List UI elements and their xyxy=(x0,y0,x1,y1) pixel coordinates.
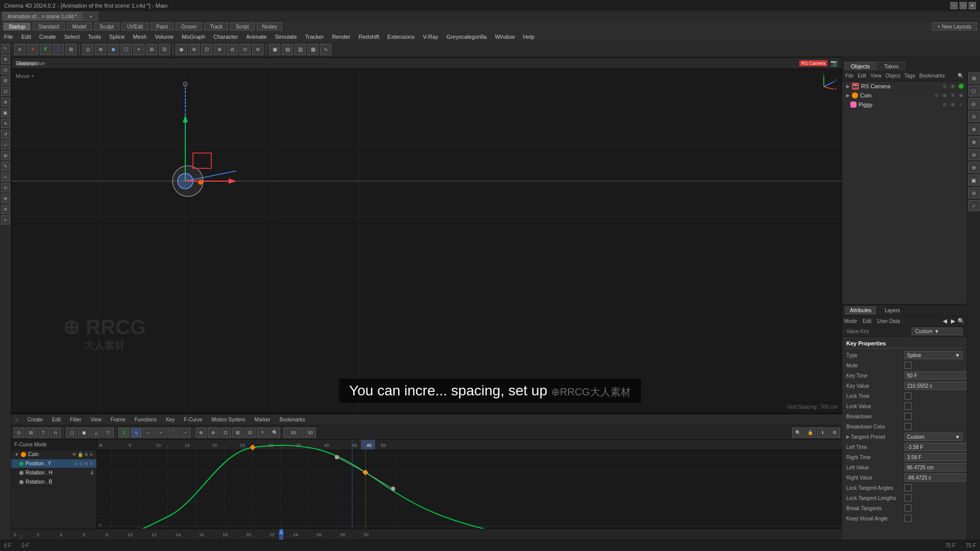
right-value-input[interactable] xyxy=(904,473,967,482)
menu-greyscale[interactable]: Greyscalegorilla xyxy=(443,32,491,42)
breakdown-checkbox[interactable] xyxy=(904,413,912,420)
fc-functions[interactable]: Functions xyxy=(133,417,159,422)
pos-y-icon-1[interactable]: ⊙ xyxy=(74,461,78,466)
tool-3[interactable]: ◎ xyxy=(1,65,10,74)
type-dropdown[interactable]: Spline ▼ xyxy=(904,351,963,359)
menu-edit[interactable]: Edit xyxy=(17,32,35,42)
value-key-dropdown[interactable]: Custom ▼ xyxy=(912,328,963,335)
menu-create[interactable]: Create xyxy=(35,32,60,42)
fc-create[interactable]: Create xyxy=(26,417,45,422)
locktime-checkbox[interactable] xyxy=(904,392,912,399)
obj-edit[interactable]: Edit xyxy=(857,73,866,79)
attr-tab-layers[interactable]: Layers xyxy=(880,307,904,314)
fc-btn-1[interactable]: ⊙ xyxy=(13,428,24,438)
tool-4[interactable]: ⊞ xyxy=(1,76,10,85)
fcurve-item-pos-y[interactable]: Position . Y ⊙ ⊙ ⚙ ✕ xyxy=(11,459,96,468)
fc-lock[interactable]: 🔒 xyxy=(78,452,83,457)
fc-btn-ease[interactable]: ~ xyxy=(155,428,166,438)
toolbar-icon-z[interactable]: Z xyxy=(53,44,64,55)
fc-view[interactable]: View xyxy=(88,417,104,422)
coin-obj-icon-3[interactable]: ✎ xyxy=(949,92,957,99)
toolbar-icon-18[interactable]: ▤ xyxy=(282,44,293,55)
menu-help[interactable]: Help xyxy=(519,32,539,42)
rp-icon-3[interactable]: ◎ xyxy=(968,98,979,109)
tool-select[interactable]: ↖ xyxy=(1,44,10,53)
toolbar-icon-2[interactable]: ⊞ xyxy=(65,44,77,55)
menu-animate[interactable]: Animate xyxy=(242,32,271,42)
toolbar-icon-3[interactable]: ◎ xyxy=(82,44,93,55)
object-row-piggy[interactable]: Piggy ⊙ ⊚ ✓ xyxy=(842,100,967,109)
attr-back-btn[interactable]: ◀ xyxy=(941,318,948,325)
attr-fwd-btn[interactable]: ▶ xyxy=(949,318,957,325)
tool-6[interactable]: ⊗ xyxy=(1,97,10,107)
tool-14[interactable]: ⊛ xyxy=(1,194,10,203)
key-frame-25[interactable] xyxy=(250,444,255,450)
tool-7[interactable]: ▣ xyxy=(1,108,10,117)
toolbar-icon-13[interactable]: ⊗ xyxy=(214,44,225,55)
coin-obj-icon-4[interactable]: ⊗ xyxy=(958,92,965,99)
toolbar-icon-4[interactable]: ⊕ xyxy=(95,44,106,55)
menu-volume[interactable]: Volume xyxy=(151,32,178,42)
toolbar-icon-10[interactable]: ◉ xyxy=(176,44,187,55)
fc-filter[interactable]: Filter xyxy=(68,417,83,422)
fc-btn-10[interactable]: ⊗ xyxy=(208,428,219,438)
toolbar-icon-x[interactable]: ✕ xyxy=(27,44,38,55)
rp-icon-6[interactable]: ⊗ xyxy=(968,136,979,147)
mode-paint[interactable]: Paint xyxy=(151,22,174,31)
left-tangent-handle[interactable] xyxy=(335,455,339,459)
fc-motion[interactable]: Motion System xyxy=(209,417,247,422)
fc-btn-spline[interactable]: ∿ xyxy=(131,428,142,438)
fc-edit[interactable]: Edit xyxy=(50,417,63,422)
fc-fcurve[interactable]: F-Curve xyxy=(182,417,204,422)
tool-move[interactable]: ✛ xyxy=(1,119,10,128)
fc-eye[interactable]: 👁 xyxy=(72,452,77,457)
fc-btn-12[interactable]: ⊠ xyxy=(232,428,243,438)
rp-icon-1[interactable]: ⊞ xyxy=(968,72,979,84)
attr-tab-attributes[interactable]: Attributes xyxy=(845,307,876,314)
fc-info[interactable]: ℹ xyxy=(817,428,828,438)
search-icon[interactable]: 🔍 xyxy=(958,73,964,79)
new-layout-button[interactable]: + New Layouts xyxy=(932,22,977,31)
tangent-preset-dropdown[interactable]: Custom ▼ xyxy=(904,433,963,441)
object-row-coin[interactable]: ▶ Coin ⊙ ⊚ ✎ ⊗ xyxy=(842,91,967,100)
tab-new[interactable]: + xyxy=(84,12,98,21)
obj-view[interactable]: View xyxy=(870,73,881,79)
obj-icon-2[interactable]: ⊚ xyxy=(949,83,957,90)
pos-y-icon-4[interactable]: ✕ xyxy=(89,461,93,466)
obj-object[interactable]: Object xyxy=(886,73,900,79)
fc-frame-display[interactable]: 50 xyxy=(283,428,304,438)
tool-16[interactable]: ⌖ xyxy=(1,215,10,224)
tool-15[interactable]: ⊜ xyxy=(1,205,10,214)
rp-icon-7[interactable]: ⊘ xyxy=(968,149,979,160)
toolbar-icon-21[interactable]: ∿ xyxy=(320,44,331,55)
tool-scale[interactable]: ⤢ xyxy=(1,140,10,149)
mode-nodes[interactable]: Nodes xyxy=(257,22,283,31)
tool-rotate[interactable]: ↺ xyxy=(1,130,10,139)
fc-btn-6[interactable]: ◼ xyxy=(78,428,89,438)
fc-btn-9[interactable]: ⊕ xyxy=(195,428,207,438)
toolbar-icon-19[interactable]: ▥ xyxy=(295,44,306,55)
obj-tags[interactable]: Tags xyxy=(904,73,915,79)
toolbar-icon-12[interactable]: ⊡ xyxy=(201,44,212,55)
right-time-input[interactable] xyxy=(904,453,967,461)
tab-main[interactable]: Animation of... × scene 1.c4d * xyxy=(2,12,83,21)
toolbar-icon-14[interactable]: ⊘ xyxy=(227,44,238,55)
fc-btn-2[interactable]: ⊞ xyxy=(26,428,37,438)
rp-icon-10[interactable]: ⊜ xyxy=(968,187,979,198)
fc-btn-7[interactable]: △ xyxy=(90,428,102,438)
fc-btn-15[interactable]: 🔍 xyxy=(269,428,280,438)
tool-10[interactable]: ⊞ xyxy=(1,151,10,160)
rp-icon-9[interactable]: ▣ xyxy=(968,174,979,186)
minimize-button[interactable]: − xyxy=(950,2,958,9)
fc-x[interactable]: ✕ xyxy=(89,452,93,457)
keyvalue-input[interactable] xyxy=(904,382,967,390)
attr-mode[interactable]: Mode xyxy=(844,318,857,324)
keytime-input[interactable] xyxy=(904,371,967,380)
fc-btn-8[interactable]: ▽ xyxy=(103,428,114,438)
menu-simulate[interactable]: Simulate xyxy=(271,32,301,42)
obj-bookmarks[interactable]: Bookmarks xyxy=(919,73,945,79)
fc-btn-step[interactable]: ⌐ xyxy=(143,428,154,438)
toolbar-icon-17[interactable]: ▣ xyxy=(269,44,280,55)
lockvalue-checkbox[interactable] xyxy=(904,403,912,410)
toolbar-icon-9[interactable]: ⊟ xyxy=(159,44,170,55)
